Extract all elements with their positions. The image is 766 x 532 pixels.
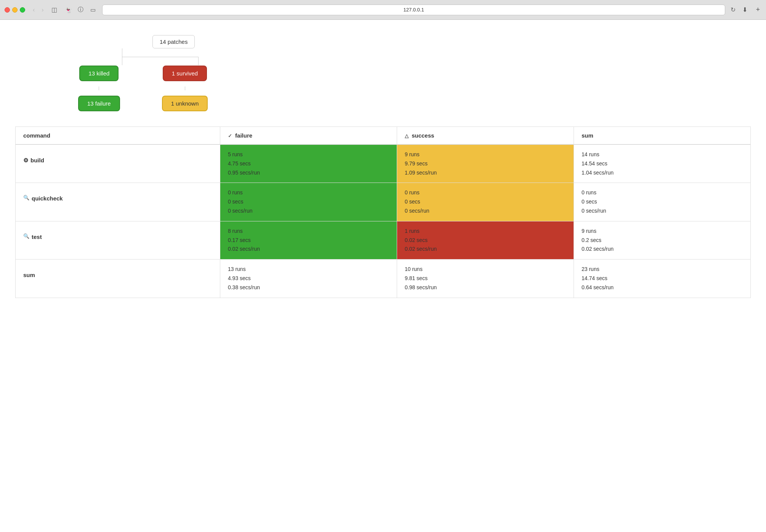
- maximize-button[interactable]: [20, 7, 25, 13]
- test-failure-secs-run: 0.02 secs/run: [228, 245, 389, 254]
- sidebar-button[interactable]: ◫: [49, 5, 59, 14]
- failure-header-icon: ✓: [228, 133, 232, 139]
- test-success-secs: 0.02 secs: [405, 236, 566, 245]
- quickcheck-success-secs: 0 secs: [405, 197, 566, 207]
- sum-failure-secs-run: 0.38 secs/run: [228, 283, 389, 292]
- quickcheck-sum-secs-run: 0 secs/run: [582, 207, 743, 216]
- killed-label: 13 killed: [88, 70, 109, 77]
- url-text: 127.0.0.1: [403, 7, 424, 13]
- table-row: 🔍 quickcheck 0 runs 0 secs 0 secs/run 0 …: [16, 183, 751, 221]
- table-row: ⚙ build 5 runs 4.75 secs 0.95 secs/run 9…: [16, 144, 751, 183]
- build-success-secs-run: 1.09 secs/run: [405, 168, 566, 178]
- build-sum-secs-run: 1.04 secs/run: [582, 168, 743, 178]
- col-header-sum: sum: [574, 127, 750, 145]
- failure-label: 13 failure: [87, 100, 111, 107]
- survived-node: 1 survived: [163, 66, 207, 81]
- traffic-lights: [5, 7, 25, 13]
- sum-sum-secs-run: 0.64 secs/run: [582, 283, 743, 292]
- unknown-node: 1 unknown: [162, 96, 208, 111]
- tree-diagram: 14 patches 13 killed: [15, 35, 751, 111]
- sum-sum-runs: 23 runs: [582, 265, 743, 274]
- quickcheck-success-cell: 0 runs 0 secs 0 secs/run: [397, 183, 574, 221]
- close-button[interactable]: [5, 7, 10, 13]
- build-sum-secs: 14.54 secs: [582, 159, 743, 168]
- sum-failure-cell: 13 runs 4.93 secs 0.38 secs/run: [220, 260, 397, 298]
- reload-button[interactable]: ↻: [729, 5, 737, 14]
- root-node: 14 patches: [152, 35, 195, 48]
- success-header-icon: △: [405, 133, 409, 139]
- build-failure-runs: 5 runs: [228, 150, 389, 159]
- quickcheck-failure-secs: 0 secs: [228, 197, 389, 207]
- toolbar-icons: 👻 ⓘ ▭: [63, 5, 98, 15]
- col-header-success: △ success: [397, 127, 574, 145]
- results-table: command ✓ failure △ success sum: [15, 127, 751, 298]
- build-success-secs: 9.79 secs: [405, 159, 566, 168]
- root-label: 14 patches: [160, 38, 187, 45]
- test-sum-cell: 9 runs 0.2 secs 0.02 secs/run: [574, 221, 750, 259]
- test-failure-runs: 8 runs: [228, 227, 389, 236]
- sum-success-secs: 9.81 secs: [405, 274, 566, 283]
- forward-button[interactable]: ›: [40, 6, 45, 14]
- col-header-command: command: [16, 127, 220, 145]
- test-success-secs-run: 0.02 secs/run: [405, 245, 566, 254]
- build-failure-secs-run: 0.95 secs/run: [228, 168, 389, 178]
- unknown-label: 1 unknown: [171, 100, 199, 107]
- sum-success-runs: 10 runs: [405, 265, 566, 274]
- quickcheck-failure-runs: 0 runs: [228, 188, 389, 197]
- test-sum-secs-run: 0.02 secs/run: [582, 245, 743, 254]
- test-sum-runs: 9 runs: [582, 227, 743, 236]
- cmd-quickcheck: 🔍 quickcheck: [16, 183, 220, 221]
- table-row: 🔍 test 8 runs 0.17 secs 0.02 secs/run 1 …: [16, 221, 751, 259]
- new-tab-button[interactable]: +: [754, 5, 761, 14]
- build-failure-secs: 4.75 secs: [228, 159, 389, 168]
- cmd-sum: sum: [16, 260, 220, 298]
- test-sum-secs: 0.2 secs: [582, 236, 743, 245]
- sum-success-secs-run: 0.98 secs/run: [405, 283, 566, 292]
- info-icon[interactable]: ⓘ: [75, 5, 86, 15]
- sum-sum-cell: 23 runs 14.74 secs 0.64 secs/run: [574, 260, 750, 298]
- sum-sum-secs: 14.74 secs: [582, 274, 743, 283]
- cmd-build: ⚙ build: [16, 144, 220, 183]
- quickcheck-failure-secs-run: 0 secs/run: [228, 207, 389, 216]
- screen-icon[interactable]: ▭: [88, 5, 98, 15]
- quickcheck-sum-secs: 0 secs: [582, 197, 743, 207]
- build-success-runs: 9 runs: [405, 150, 566, 159]
- search-icon: 🔍: [23, 232, 29, 240]
- search-icon: 🔍: [23, 194, 29, 202]
- cmd-test: 🔍 test: [16, 221, 220, 259]
- table-row: sum 13 runs 4.93 secs 0.38 secs/run 10 r…: [16, 260, 751, 298]
- quickcheck-failure-cell: 0 runs 0 secs 0 secs/run: [220, 183, 397, 221]
- build-failure-cell: 5 runs 4.75 secs 0.95 secs/run: [220, 144, 397, 183]
- quickcheck-sum-cell: 0 runs 0 secs 0 secs/run: [574, 183, 750, 221]
- sum-success-cell: 10 runs 9.81 secs 0.98 secs/run: [397, 260, 574, 298]
- test-failure-secs: 0.17 secs: [228, 236, 389, 245]
- page-content: 14 patches 13 killed: [0, 20, 766, 532]
- gear-icon: ⚙: [23, 155, 28, 165]
- build-sum-cell: 14 runs 14.54 secs 1.04 secs/run: [574, 144, 750, 183]
- test-success-cell: 1 runs 0.02 secs 0.02 secs/run: [397, 221, 574, 259]
- back-button[interactable]: ‹: [31, 6, 36, 14]
- build-sum-runs: 14 runs: [582, 150, 743, 159]
- build-success-cell: 9 runs 9.79 secs 1.09 secs/run: [397, 144, 574, 183]
- browser-chrome: ‹ › ◫ 👻 ⓘ ▭ 127.0.0.1 ↻ ⬇ +: [0, 0, 766, 20]
- sum-failure-secs: 4.93 secs: [228, 274, 389, 283]
- download-button[interactable]: ⬇: [741, 5, 749, 14]
- test-success-runs: 1 runs: [405, 227, 566, 236]
- address-bar[interactable]: 127.0.0.1: [102, 5, 726, 15]
- test-failure-cell: 8 runs 0.17 secs 0.02 secs/run: [220, 221, 397, 259]
- failure-node: 13 failure: [78, 96, 120, 111]
- killed-node: 13 killed: [79, 66, 119, 81]
- minimize-button[interactable]: [12, 7, 18, 13]
- quickcheck-success-runs: 0 runs: [405, 188, 566, 197]
- quickcheck-sum-runs: 0 runs: [582, 188, 743, 197]
- sum-failure-runs: 13 runs: [228, 265, 389, 274]
- quickcheck-success-secs-run: 0 secs/run: [405, 207, 566, 216]
- survived-label: 1 survived: [172, 70, 198, 77]
- ghost-icon[interactable]: 👻: [63, 5, 74, 15]
- col-header-failure: ✓ failure: [220, 127, 397, 145]
